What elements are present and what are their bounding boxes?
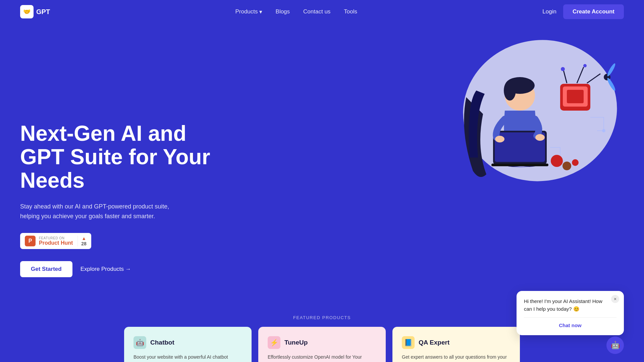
nav-item-blogs[interactable]: Blogs — [276, 8, 290, 15]
chatbot-title: Chatbot — [150, 339, 174, 346]
chat-message: Hi there! I'm your AI Assistant! How can… — [524, 298, 616, 313]
nav-item-contact[interactable]: Contact us — [303, 8, 330, 15]
svg-rect-12 — [567, 90, 584, 103]
nav-actions: Login Create Account — [542, 4, 624, 19]
chatbot-card-header: 🤖 Chatbot — [133, 336, 242, 349]
tuneup-desc: Effortlessly customize OpenAI model for … — [268, 354, 376, 362]
nav-item-tools[interactable]: Tools — [344, 8, 357, 15]
hero-buttons: Get Started Explore Products → — [20, 261, 228, 277]
hero-content: Next-Gen AI and GPT Suite for Your Needs… — [20, 122, 228, 278]
product-card-qa: 📘 QA Expert Get expert answers to all yo… — [392, 327, 520, 362]
chat-close-button[interactable]: × — [611, 295, 619, 303]
product-hunt-badge[interactable]: P FEATURED ON Product Hunt ▲ 28 — [20, 233, 91, 249]
tuneup-card-header: ⚡ TuneUp — [268, 336, 376, 349]
tuneup-icon: ⚡ — [268, 336, 280, 349]
logo-icon: 🤝 — [20, 5, 34, 18]
product-hunt-logo: P — [25, 236, 36, 246]
login-button[interactable]: Login — [542, 8, 556, 15]
chat-widget: × Hi there! I'm your AI Assistant! How c… — [517, 291, 624, 335]
logo-text: GPT — [36, 8, 50, 16]
hero-subtitle: Stay ahead with our AI and GPT-powered p… — [20, 202, 188, 221]
svg-point-24 — [572, 159, 579, 166]
explore-products-button[interactable]: Explore Products → — [80, 266, 131, 273]
product-hunt-text: FEATURED ON Product Hunt — [39, 236, 73, 246]
chatbot-icon: 🤖 — [133, 336, 146, 349]
svg-point-9 — [535, 134, 545, 141]
svg-point-19 — [606, 63, 616, 77]
chatbot-desc: Boost your website with a powerful AI ch… — [133, 354, 242, 362]
product-card-tuneup: ⚡ TuneUp Effortlessly customize OpenAI m… — [258, 327, 386, 362]
svg-point-8 — [495, 136, 504, 142]
ph-count: ▲ 28 — [77, 236, 87, 246]
create-account-button[interactable]: Create Account — [563, 4, 624, 19]
ph-arrow-icon: ▲ — [82, 236, 86, 241]
svg-point-16 — [583, 64, 587, 67]
svg-point-23 — [562, 162, 571, 170]
svg-rect-7 — [491, 164, 548, 166]
logo[interactable]: 🤝 GPT — [20, 5, 50, 18]
hero-illustration — [433, 30, 634, 191]
qa-title: QA Expert — [419, 339, 449, 346]
chat-fab-icon: 🤖 — [611, 341, 620, 350]
tuneup-title: TuneUp — [284, 339, 308, 346]
hero-title: Next-Gen AI and GPT Suite for Your Needs — [20, 122, 228, 192]
qa-desc: Get expert answers to all your questions… — [402, 354, 511, 362]
ph-featured-on-label: FEATURED ON — [39, 236, 73, 240]
nav-item-products[interactable]: Products ▾ — [235, 8, 262, 15]
qa-icon: 📘 — [402, 336, 415, 349]
navbar: 🤝 GPT Products ▾ Blogs Contact us Tools … — [0, 0, 644, 23]
chat-fab-button[interactable]: 🤖 — [606, 337, 624, 354]
product-card-chatbot: 🤖 Chatbot Boost your website with a powe… — [124, 327, 252, 362]
ph-name: Product Hunt — [39, 240, 73, 246]
chat-divider — [524, 317, 616, 318]
chat-now-button[interactable]: Chat now — [524, 322, 616, 328]
get-started-button[interactable]: Get Started — [20, 261, 72, 277]
chevron-down-icon: ▾ — [259, 8, 262, 15]
nav-links: Products ▾ Blogs Contact us Tools — [235, 8, 357, 15]
svg-point-14 — [561, 67, 565, 71]
svg-point-21 — [602, 129, 605, 132]
nav-link-tools[interactable]: Tools — [344, 8, 357, 15]
ph-number: 28 — [81, 241, 87, 246]
svg-point-4 — [504, 80, 516, 101]
nav-link-contact[interactable]: Contact us — [303, 8, 330, 15]
nav-link-blogs[interactable]: Blogs — [276, 8, 290, 15]
svg-point-22 — [551, 155, 563, 167]
nav-link-products[interactable]: Products ▾ — [235, 8, 262, 15]
qa-card-header: 📘 QA Expert — [402, 336, 511, 349]
